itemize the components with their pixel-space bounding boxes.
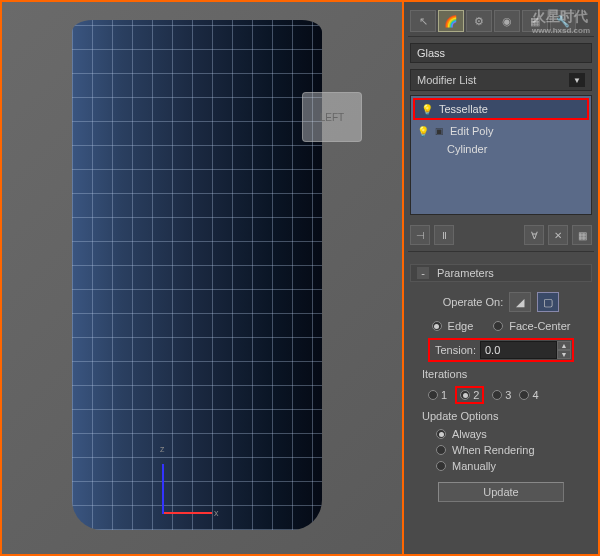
stack-item-label: Cylinder (447, 143, 487, 155)
show-end-result-button[interactable]: Ⅱ (434, 225, 454, 245)
iter-3-label: 3 (505, 389, 511, 401)
stack-item-cylinder[interactable]: Cylinder (411, 140, 591, 158)
update-always-row[interactable]: Always (408, 426, 594, 442)
iterations-group: 1 2 3 4 (408, 384, 594, 406)
tab-motion[interactable]: ◉ (494, 10, 520, 32)
operate-on-label: Operate On: (443, 296, 504, 308)
iter-4-label: 4 (532, 389, 538, 401)
rollup-title: Parameters (437, 267, 494, 279)
axis-z (162, 464, 164, 514)
command-panel: ↖ 🌈 ⚙ ◉ ▦ 🔧 Glass Modifier List ▼ 💡 Tess… (402, 2, 598, 554)
manually-label: Manually (452, 460, 496, 472)
edge-face-row: Edge Face-Center (408, 316, 594, 336)
update-manually-row[interactable]: Manually (408, 458, 594, 474)
configure-sets-button[interactable]: ▦ (572, 225, 592, 245)
always-label: Always (452, 428, 487, 440)
highlight-box: 💡 Tessellate (413, 98, 589, 120)
edge-label: Edge (448, 320, 474, 332)
chevron-down-icon: ▼ (569, 73, 585, 87)
viewport-3d[interactable]: LEFT x z (2, 2, 402, 554)
update-options-label: Update Options (408, 406, 594, 426)
stack-item-label: Tessellate (439, 103, 488, 115)
radio-rendering[interactable] (436, 445, 446, 455)
tab-modify[interactable]: 🌈 (438, 10, 464, 32)
watermark-url: www.hxsd.com (532, 26, 590, 35)
object-name-field[interactable]: Glass (410, 43, 592, 63)
radio-always[interactable] (436, 429, 446, 439)
tab-hierarchy[interactable]: ⚙ (466, 10, 492, 32)
stack-toolbar: ⊣ Ⅱ ∀ ✕ ▦ (408, 219, 594, 252)
iter-2[interactable]: 2 (460, 389, 479, 401)
modifier-stack[interactable]: 💡 Tessellate 💡 ▣ Edit Poly Cylinder (410, 95, 592, 215)
make-unique-button[interactable]: ∀ (524, 225, 544, 245)
radio-face-center[interactable] (493, 321, 503, 331)
lightbulb-icon[interactable]: 💡 (417, 126, 429, 137)
radio-manually[interactable] (436, 461, 446, 471)
viewcube[interactable]: LEFT (302, 92, 362, 142)
collapse-icon: - (417, 267, 429, 279)
axis-x (162, 512, 212, 514)
stack-item-label: Edit Poly (450, 125, 493, 137)
spinner-up-icon[interactable]: ▲ (557, 341, 571, 350)
stack-item-editpoly[interactable]: 💡 ▣ Edit Poly (411, 122, 591, 140)
operate-triangle-button[interactable]: ◢ (509, 292, 531, 312)
iter-1-label: 1 (441, 389, 447, 401)
remove-modifier-button[interactable]: ✕ (548, 225, 568, 245)
iter-3[interactable]: 3 (492, 389, 511, 401)
rollup-parameters[interactable]: - Parameters (410, 264, 592, 282)
spinner-down-icon[interactable]: ▼ (557, 350, 571, 359)
spinner-buttons[interactable]: ▲ ▼ (557, 341, 571, 359)
lightbulb-icon[interactable]: 💡 (421, 104, 433, 115)
update-button[interactable]: Update (438, 482, 564, 502)
modifier-list-dropdown[interactable]: Modifier List ▼ (410, 69, 592, 91)
iter-4[interactable]: 4 (519, 389, 538, 401)
iterations-label: Iterations (408, 364, 594, 384)
watermark: 火星时代 www.hxsd.com (532, 8, 590, 35)
radio-iter-2[interactable] (460, 390, 470, 400)
face-center-label: Face-Center (509, 320, 570, 332)
tension-spinner: Tension: 0.0 ▲ ▼ (428, 338, 574, 362)
pin-stack-button[interactable]: ⊣ (410, 225, 430, 245)
axis-x-label: x (214, 508, 219, 518)
axis-gizmo[interactable]: x z (162, 454, 222, 514)
radio-iter-4[interactable] (519, 390, 529, 400)
tab-create[interactable]: ↖ (410, 10, 436, 32)
update-rendering-row[interactable]: When Rendering (408, 442, 594, 458)
operate-poly-button[interactable]: ▢ (537, 292, 559, 312)
tension-input[interactable]: 0.0 (480, 341, 557, 359)
axis-z-label: z (160, 444, 165, 454)
expand-icon[interactable]: ▣ (435, 126, 444, 136)
rendering-label: When Rendering (452, 444, 535, 456)
highlight-box: 2 (455, 386, 484, 404)
radio-edge[interactable] (432, 321, 442, 331)
radio-iter-3[interactable] (492, 390, 502, 400)
stack-item-tessellate[interactable]: 💡 Tessellate (415, 100, 587, 118)
radio-iter-1[interactable] (428, 390, 438, 400)
iter-2-label: 2 (473, 389, 479, 401)
tension-label: Tension: (431, 342, 480, 358)
operate-on-row: Operate On: ◢ ▢ (408, 288, 594, 316)
watermark-title: 火星时代 (532, 8, 588, 24)
modifier-list-label: Modifier List (417, 74, 476, 86)
iter-1[interactable]: 1 (428, 389, 447, 401)
